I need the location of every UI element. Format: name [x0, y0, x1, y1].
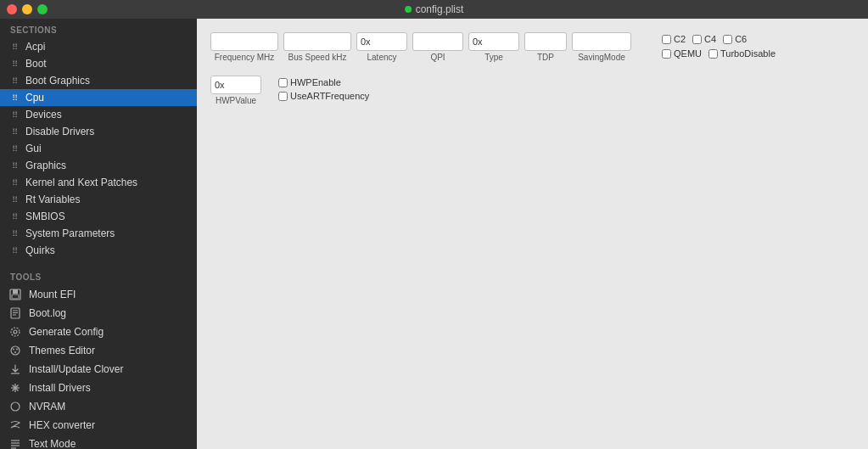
close-button[interactable]	[7, 4, 17, 14]
tool-boot-log[interactable]: Boot.log	[0, 304, 197, 323]
tool-install-update-clover[interactable]: Install/Update Clover	[0, 360, 197, 379]
grid-icon: ⠿	[8, 76, 20, 86]
save-icon	[8, 288, 22, 301]
c4-checkbox-label[interactable]: C4	[692, 34, 716, 44]
bus-speed-input[interactable]	[283, 32, 351, 51]
sidebar-item-label: Disable Drivers	[25, 126, 94, 138]
qemu-checkbox[interactable]	[662, 49, 671, 59]
tool-label: NVRAM	[29, 401, 65, 413]
svg-point-8	[11, 328, 20, 336]
tdp-label: TDP	[537, 53, 554, 62]
grid-icon: ⠿	[8, 246, 20, 255]
use-art-frequency-label: UseARTFrequency	[290, 91, 369, 101]
grid-icon: ⠿	[8, 229, 20, 239]
turbo-disable-label: TurboDisable	[720, 48, 776, 59]
tool-install-drivers[interactable]: Install Drivers	[0, 379, 197, 397]
turbo-disable-checkbox[interactable]	[708, 49, 718, 59]
hwp-value-input[interactable]	[210, 76, 261, 94]
grid-icon: ⠿	[8, 59, 20, 69]
hwp-value-group: HWPValue	[210, 76, 261, 105]
sidebar-item-rt-variables[interactable]: ⠿ Rt Variables	[0, 191, 197, 208]
sidebar-item-boot[interactable]: ⠿ Boot	[0, 55, 197, 72]
sidebar-item-label: Kernel and Kext Patches	[25, 177, 137, 188]
tool-label: Generate Config	[29, 326, 104, 338]
tool-label: Install/Update Clover	[29, 363, 123, 375]
content-area: Frequency MHz Bus Speed kHz Latency QPI …	[197, 19, 868, 449]
tool-label: HEX converter	[29, 419, 95, 431]
tool-mount-efi[interactable]: Mount EFI	[0, 285, 197, 304]
use-art-frequency-checkbox[interactable]	[278, 92, 288, 101]
sidebar-item-disable-drivers[interactable]: ⠿ Disable Drivers	[0, 123, 197, 140]
sidebar-item-graphics[interactable]: ⠿ Graphics	[0, 157, 197, 174]
main-layout: SECTIONS ⠿ Acpi ⠿ Boot ⠿ Boot Graphics ⠿…	[0, 19, 868, 449]
sections-label: SECTIONS	[0, 19, 197, 38]
cb-row-qemu-turbo: QEMU TurboDisable	[662, 48, 776, 59]
tool-generate-config[interactable]: Generate Config	[0, 323, 197, 341]
sidebar-item-quirks[interactable]: ⠿ Quirks	[0, 242, 197, 259]
sidebar-item-kernel-kext-patches[interactable]: ⠿ Kernel and Kext Patches	[0, 174, 197, 191]
sidebar-item-label: Devices	[25, 109, 62, 121]
cpu-settings: Frequency MHz Bus Speed kHz Latency QPI …	[197, 19, 868, 449]
c2-checkbox[interactable]	[662, 35, 671, 44]
sidebar-item-acpi[interactable]: ⠿ Acpi	[0, 38, 197, 55]
svg-point-7	[14, 330, 17, 334]
latency-input[interactable]	[356, 32, 407, 51]
sidebar-item-label: Quirks	[25, 244, 55, 256]
sidebar-item-devices[interactable]: ⠿ Devices	[0, 106, 197, 123]
tool-text-mode[interactable]: Text Mode	[0, 435, 197, 449]
traffic-lights	[7, 4, 48, 14]
grid-icon: ⠿	[8, 42, 20, 52]
grid-icon: ⠿	[8, 178, 20, 188]
sidebar-item-label: Gui	[25, 143, 42, 154]
frequency-input[interactable]	[210, 32, 278, 51]
svg-point-9	[11, 346, 20, 355]
grid-icon: ⠿	[8, 93, 20, 103]
hex-icon	[8, 418, 22, 432]
window-title: config.plist	[405, 3, 464, 15]
tdp-input[interactable]	[524, 32, 567, 51]
hwp-enable-checkbox-label[interactable]: HWPEnable	[278, 77, 369, 87]
use-art-frequency-checkbox-label[interactable]: UseARTFrequency	[278, 91, 369, 101]
saving-mode-label: SavingMode	[578, 53, 625, 62]
c2-checkbox-label[interactable]: C2	[662, 34, 686, 44]
qpi-input[interactable]	[412, 32, 463, 51]
minimize-button[interactable]	[22, 4, 32, 14]
tool-nvram[interactable]: NVRAM	[0, 397, 197, 416]
c4-checkbox[interactable]	[692, 35, 702, 44]
turbo-disable-checkbox-label[interactable]: TurboDisable	[708, 48, 776, 59]
svg-point-18	[11, 402, 20, 411]
sidebar: SECTIONS ⠿ Acpi ⠿ Boot ⠿ Boot Graphics ⠿…	[0, 19, 197, 449]
sidebar-item-label: SMBIOS	[25, 210, 65, 222]
hwp-enable-label: HWPEnable	[290, 77, 341, 87]
sidebar-item-boot-graphics[interactable]: ⠿ Boot Graphics	[0, 72, 197, 89]
tool-hex-converter[interactable]: HEX converter	[0, 416, 197, 435]
themes-icon	[8, 344, 22, 357]
text-mode-icon	[8, 437, 22, 449]
maximize-button[interactable]	[37, 4, 48, 14]
c6-checkbox-label[interactable]: C6	[723, 34, 747, 44]
gear-icon	[8, 325, 22, 339]
type-input[interactable]	[468, 32, 519, 51]
hwp-enable-checkbox[interactable]	[278, 78, 288, 87]
sidebar-item-system-parameters[interactable]: ⠿ System Parameters	[0, 225, 197, 242]
grid-icon: ⠿	[8, 195, 20, 205]
saving-mode-input[interactable]	[572, 32, 631, 51]
c4-label: C4	[704, 34, 716, 44]
sidebar-item-cpu[interactable]: ⠿ Cpu	[0, 89, 197, 106]
sidebar-item-label: System Parameters	[25, 227, 115, 239]
nvram-icon	[8, 400, 22, 413]
tools-label: TOOLS	[0, 266, 197, 285]
qpi-group: QPI	[412, 32, 463, 62]
sidebar-item-smbios[interactable]: ⠿ SMBIOS	[0, 208, 197, 225]
grid-icon: ⠿	[8, 212, 20, 222]
latency-group: Latency	[356, 32, 407, 62]
tool-themes-editor[interactable]: Themes Editor	[0, 341, 197, 360]
sidebar-item-label: Acpi	[25, 41, 45, 53]
qemu-checkbox-label[interactable]: QEMU	[662, 48, 702, 59]
sidebar-item-gui[interactable]: ⠿ Gui	[0, 140, 197, 157]
sidebar-item-label: Boot	[25, 58, 47, 70]
svg-rect-2	[12, 295, 19, 299]
status-dot	[405, 6, 412, 13]
drivers-icon	[8, 381, 22, 395]
c6-checkbox[interactable]	[723, 35, 732, 44]
